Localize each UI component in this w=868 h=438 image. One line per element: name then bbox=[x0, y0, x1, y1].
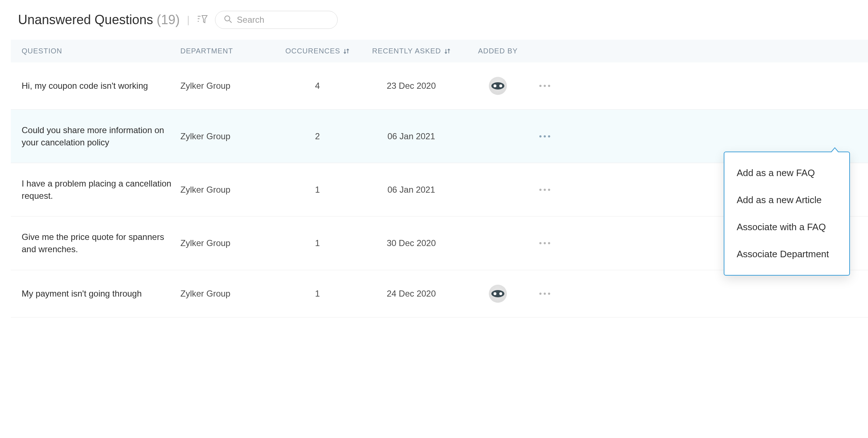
action-add-faq[interactable]: Add as a new FAQ bbox=[724, 159, 849, 187]
cell-department: Zylker Group bbox=[180, 289, 274, 299]
cell-department: Zylker Group bbox=[180, 238, 274, 248]
cell-question: Could you share more information on your… bbox=[22, 124, 180, 148]
row-actions-button[interactable] bbox=[534, 85, 556, 87]
title-count: (19) bbox=[157, 12, 180, 27]
cell-question: Hi, my coupon code isn't working bbox=[22, 80, 180, 92]
search-box[interactable] bbox=[215, 11, 338, 29]
svg-line-4 bbox=[229, 21, 232, 23]
cell-added-by bbox=[462, 77, 534, 95]
row-actions-button[interactable] bbox=[534, 242, 556, 244]
svg-point-3 bbox=[225, 16, 230, 21]
action-add-article[interactable]: Add as a new Article bbox=[724, 187, 849, 214]
questions-table: QUESTION DEPARTMENT OCCURENCES RECENTLY … bbox=[11, 40, 868, 317]
row-actions-button[interactable] bbox=[534, 135, 556, 137]
search-input[interactable] bbox=[237, 15, 329, 25]
cell-question: I have a problem placing a cancellation … bbox=[22, 178, 180, 202]
col-header-added-by[interactable]: ADDED BY bbox=[462, 47, 534, 55]
row-actions-popover: Add as a new FAQ Add as a new Article As… bbox=[724, 152, 850, 276]
title-text: Unanswered Questions bbox=[18, 12, 153, 27]
svg-point-9 bbox=[494, 292, 496, 295]
table-row[interactable]: Hi, my coupon code isn't workingZylker G… bbox=[11, 62, 868, 110]
cell-department: Zylker Group bbox=[180, 185, 274, 195]
col-header-recently-asked[interactable]: RECENTLY ASKED bbox=[361, 47, 462, 55]
row-actions-button[interactable] bbox=[534, 189, 556, 191]
cell-recently-asked: 06 Jan 2021 bbox=[361, 185, 462, 195]
col-header-question[interactable]: QUESTION bbox=[22, 47, 180, 55]
bot-avatar-icon bbox=[489, 77, 507, 95]
cell-added-by bbox=[462, 285, 534, 303]
cell-occurrences: 1 bbox=[274, 289, 361, 299]
cell-department: Zylker Group bbox=[180, 131, 274, 141]
svg-point-7 bbox=[499, 84, 502, 87]
search-icon bbox=[224, 15, 232, 25]
cell-question: My payment isn't going through bbox=[22, 288, 180, 300]
svg-point-8 bbox=[491, 290, 504, 297]
row-actions-button[interactable] bbox=[534, 293, 556, 295]
sort-icon bbox=[343, 48, 350, 54]
cell-recently-asked: 06 Jan 2021 bbox=[361, 131, 462, 141]
svg-point-5 bbox=[491, 82, 504, 89]
sort-icon bbox=[444, 48, 451, 54]
cell-department: Zylker Group bbox=[180, 81, 274, 91]
page-header: Unanswered Questions (19) | bbox=[11, 7, 868, 40]
cell-recently-asked: 24 Dec 2020 bbox=[361, 289, 462, 299]
table-header: QUESTION DEPARTMENT OCCURENCES RECENTLY … bbox=[11, 40, 868, 62]
col-header-occurrences[interactable]: OCCURENCES bbox=[274, 47, 361, 55]
page-title: Unanswered Questions (19) bbox=[18, 12, 180, 27]
cell-occurrences: 1 bbox=[274, 185, 361, 195]
cell-recently-asked: 30 Dec 2020 bbox=[361, 238, 462, 248]
cell-occurrences: 2 bbox=[274, 131, 361, 141]
bot-avatar-icon bbox=[489, 285, 507, 303]
svg-point-10 bbox=[499, 292, 502, 295]
filter-icon[interactable] bbox=[197, 14, 208, 26]
svg-point-6 bbox=[494, 84, 496, 87]
table-row[interactable]: My payment isn't going throughZylker Gro… bbox=[11, 270, 868, 317]
col-header-department[interactable]: DEPARTMENT bbox=[180, 47, 274, 55]
cell-recently-asked: 23 Dec 2020 bbox=[361, 81, 462, 91]
cell-occurrences: 4 bbox=[274, 81, 361, 91]
cell-question: Give me the price quote for spanners and… bbox=[22, 231, 180, 255]
action-associate-faq[interactable]: Associate with a FAQ bbox=[724, 214, 849, 241]
divider: | bbox=[187, 14, 189, 26]
action-associate-department[interactable]: Associate Department bbox=[724, 241, 849, 268]
cell-occurrences: 1 bbox=[274, 238, 361, 248]
